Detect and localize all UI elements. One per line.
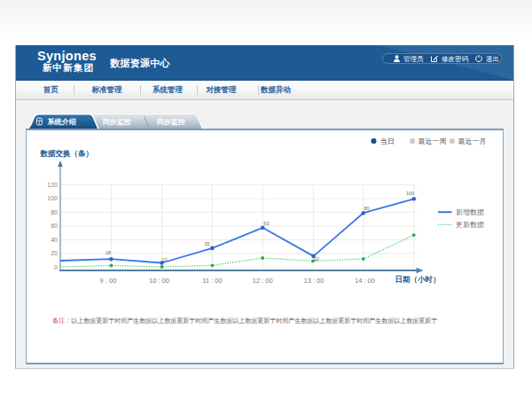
svg-text:10 : 00: 10 : 00 [149, 277, 169, 285]
svg-text:更新数据: 更新数据 [456, 221, 484, 229]
svg-text:35: 35 [205, 241, 210, 246]
svg-text:20: 20 [51, 250, 58, 256]
svg-text:11 : 00: 11 : 00 [202, 277, 222, 285]
svg-text:最近一周: 最近一周 [419, 137, 447, 145]
svg-text:100: 100 [47, 195, 58, 201]
svg-text:10: 10 [161, 257, 167, 262]
svg-text:12 : 00: 12 : 00 [253, 277, 273, 285]
svg-text:60: 60 [263, 221, 269, 226]
svg-text:13 : 00: 13 : 00 [304, 277, 325, 285]
svg-text:系统介绍: 系统介绍 [47, 117, 76, 126]
svg-text:18: 18 [106, 250, 111, 255]
svg-text:日期（小时）: 日期（小时） [395, 275, 441, 284]
svg-text:当日: 当日 [380, 137, 395, 145]
svg-text:新增数据: 新增数据 [456, 208, 484, 216]
svg-text:最近一月: 最近一月 [458, 137, 487, 145]
svg-text:40: 40 [51, 237, 58, 243]
svg-text:备注：以上数据更新于时间产生数据以上数据更新于时间产生数据以: 备注：以上数据更新于时间产生数据以上数据更新于时间产生数据以上数据更新于时间产生… [52, 317, 437, 325]
svg-text:同步监控: 同步监控 [157, 118, 185, 126]
svg-text:同步监控: 同步监控 [103, 118, 131, 126]
svg-text:10: 10 [314, 256, 319, 262]
svg-text:0: 0 [54, 264, 58, 270]
svg-text:80: 80 [51, 209, 58, 215]
svg-text:60: 60 [51, 223, 58, 229]
svg-text:数据交换（条）: 数据交换（条） [40, 149, 94, 158]
svg-text:9 : 00: 9 : 00 [100, 277, 117, 285]
svg-text:120: 120 [47, 182, 58, 188]
svg-text:80: 80 [364, 206, 370, 211]
svg-text:14 : 00: 14 : 00 [355, 277, 375, 285]
svg-text:100: 100 [406, 191, 414, 196]
